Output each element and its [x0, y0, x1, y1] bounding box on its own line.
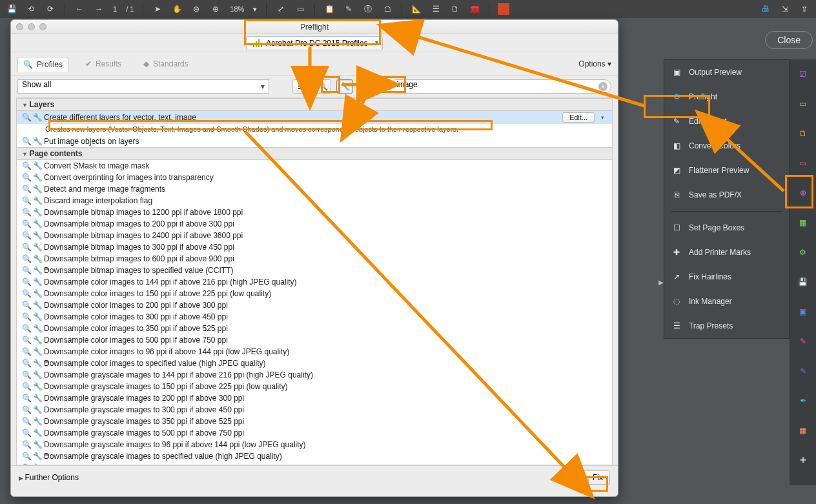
list-item[interactable]: 🔍🔧Downsample grayscale images to 96 ppi …: [17, 439, 612, 450]
rp-flattener[interactable]: ◩Flattener Preview: [664, 158, 789, 183]
traffic-max-icon[interactable]: [39, 23, 46, 30]
list-item[interactable]: 🔍🔧Convert SMask to image mask: [17, 160, 612, 172]
strip-sign-icon[interactable]: ✎: [796, 334, 810, 348]
item-put-image-layers[interactable]: 🔍🔧 Put image objects on layers: [17, 136, 612, 147]
export-icon[interactable]: ⇲: [777, 2, 793, 16]
strip-media-icon[interactable]: ▦: [796, 423, 810, 438]
list-item[interactable]: 🔍🔧Downsample bitmap images to 1200 ppi i…: [17, 207, 612, 218]
tab-profiles[interactable]: 🔍Profiles: [17, 57, 68, 72]
traffic-close-icon[interactable]: [16, 23, 23, 30]
undo-icon[interactable]: ⟲: [23, 2, 39, 16]
panel-collapse-icon[interactable]: ▶: [658, 279, 664, 286]
list-item[interactable]: 🔍🔧Downsample color images to 200 ppi if …: [17, 299, 612, 311]
strip-redact-icon[interactable]: ▭: [796, 156, 810, 170]
rp-save-pdfx[interactable]: ⎘Save as PDF/X: [664, 183, 789, 207]
stamp-icon[interactable]: ☖: [380, 2, 395, 16]
list-item[interactable]: 🔍🔧Downsample color images to 500 ppi if …: [17, 334, 612, 346]
list-item[interactable]: 🔍🔧Downsample grayscale images to 300 ppi…: [17, 404, 612, 416]
show-profiles-icon[interactable]: ☵: [292, 79, 309, 94]
show-fixups-icon[interactable]: 🔧: [336, 79, 353, 94]
list-item[interactable]: 🔍🔧•••Downsample color images to specifie…: [17, 358, 612, 369]
strip-action-icon[interactable]: ✒: [796, 394, 810, 408]
zoom-caret[interactable]: ▾: [253, 5, 257, 14]
strip-comment-icon[interactable]: ☑: [796, 67, 810, 81]
list-item[interactable]: 🔍🔧Downsample grayscale images to 144 ppi…: [17, 369, 612, 381]
rp-page-boxes[interactable]: ☐Set Page Boxes: [664, 216, 789, 240]
next-page-icon[interactable]: →: [91, 2, 107, 16]
prev-page-icon[interactable]: ←: [72, 2, 87, 16]
traffic-min-icon[interactable]: [28, 23, 35, 30]
text-icon[interactable]: Ⓣ: [360, 2, 376, 16]
strip-note-icon[interactable]: ▭: [796, 97, 810, 111]
further-options[interactable]: Further Options: [19, 473, 79, 482]
rp-fix-hairlines[interactable]: ↗Fix Hairlines: [664, 265, 789, 289]
rp-ink-manager[interactable]: ◌Ink Manager: [664, 289, 789, 314]
list-item[interactable]: 🔍🔧Discard image interpolation flag: [17, 195, 612, 207]
fit-width-icon[interactable]: ⤢: [273, 2, 289, 16]
tab-results[interactable]: ✔Results: [80, 57, 127, 71]
fixups-list[interactable]: Layers 🔍🔧 Create different layers for ve…: [16, 97, 613, 465]
rp-trap-presets[interactable]: ☰Trap Presets: [664, 314, 789, 338]
print-icon[interactable]: 🖶: [758, 2, 773, 16]
list-item[interactable]: 🔍🔧Downsample grayscale images to 500 ppi…: [17, 427, 612, 439]
options-menu[interactable]: Options ▾: [578, 59, 611, 68]
rp-printer-marks[interactable]: ✚Add Printer Marks: [664, 240, 789, 265]
list-item[interactable]: 🔍🔧Downsample bitmap images to 2400 ppi i…: [17, 230, 612, 241]
list-item[interactable]: 🔍🔧Downsample bitmap images to 600 ppi if…: [17, 253, 612, 265]
list-item[interactable]: 🔍🔧Downsample color images to 350 ppi if …: [17, 323, 612, 334]
list-item[interactable]: 🔍🔧Downsample color images to 144 ppi if …: [17, 276, 612, 288]
item-create-layers[interactable]: 🔍🔧 Create different layers for vector, t…: [17, 111, 612, 124]
measure-icon[interactable]: 📐: [409, 2, 424, 16]
clipboard-icon[interactable]: 📋: [321, 2, 337, 16]
strip-protect-icon[interactable]: ⊕: [796, 186, 810, 200]
list-item[interactable]: 🔍🔧•••Downsample bitmap images to specifi…: [17, 265, 612, 276]
strip-measure-icon[interactable]: ▣: [796, 305, 810, 319]
share-icon[interactable]: ⇪: [797, 2, 812, 16]
list-item[interactable]: 🔍🔧Downsample bitmap images to 300 ppi if…: [17, 241, 612, 253]
fix-button[interactable]: 🔧Fix: [573, 470, 610, 485]
highlight-icon[interactable]: ✎: [341, 2, 356, 16]
strip-scan-icon[interactable]: ▦: [796, 216, 810, 230]
list-item[interactable]: 🔍🔧Downsample color images to 300 ppi if …: [17, 311, 612, 323]
cursor-icon[interactable]: ➤: [150, 2, 165, 16]
strip-more-icon[interactable]: ✚: [796, 453, 810, 467]
pages-icon[interactable]: 🗋: [447, 2, 463, 16]
preflight-titlebar[interactable]: Preflight: [11, 20, 618, 34]
tab-standards[interactable]: ◆Standards: [138, 57, 194, 71]
zoom-in-icon[interactable]: ⊕: [208, 2, 223, 16]
list-item[interactable]: 🔍🔧Detect and merge image fragments: [17, 183, 612, 195]
filter-dropdown[interactable]: Show all: [17, 79, 269, 94]
form-icon[interactable]: ☰: [428, 2, 444, 16]
zoom-value[interactable]: 18%: [230, 5, 244, 13]
group-page-contents[interactable]: Page contents: [17, 147, 612, 160]
list-item[interactable]: 🔍🔧Downsample bitmap images to 200 ppi if…: [17, 218, 612, 230]
show-checks-icon[interactable]: 🔍: [314, 79, 331, 94]
list-item[interactable]: 🔍🔧Downsample color images to 150 ppi if …: [17, 288, 612, 299]
strip-print-prod-icon[interactable]: ⚙: [796, 245, 810, 259]
list-item[interactable]: 🔍🔧•••Downsample grayscale images to spec…: [17, 450, 612, 462]
strip-cert-icon[interactable]: ✎: [796, 364, 810, 378]
save-icon[interactable]: 💾: [4, 2, 19, 16]
search-input[interactable]: image ×: [389, 79, 611, 94]
rp-preflight[interactable]: ⚙Preflight: [664, 85, 789, 109]
edit-button[interactable]: Edit...: [562, 112, 595, 123]
scripts-icon[interactable]: [496, 2, 511, 16]
list-item[interactable]: 🔍🔧Downsample color images to 96 ppi if a…: [17, 346, 612, 358]
case-icon[interactable]: 🧰: [467, 2, 482, 16]
page-current[interactable]: 1: [113, 5, 117, 13]
close-button[interactable]: Close: [765, 31, 813, 49]
fit-page-icon[interactable]: ▭: [292, 2, 308, 16]
strip-organize-icon[interactable]: 🗋: [796, 126, 810, 141]
rp-output-preview[interactable]: ▣Output Preview: [664, 60, 789, 85]
zoom-out-icon[interactable]: ⊖: [189, 2, 204, 16]
item-menu-icon[interactable]: ▾: [598, 114, 607, 121]
group-layers[interactable]: Layers: [17, 98, 612, 111]
redo-icon[interactable]: ⟳: [43, 2, 58, 16]
list-item[interactable]: 🔍🔧Downsample grayscale images to 150 ppi…: [17, 381, 612, 392]
list-item[interactable]: 🔍🔧Convert overprinting for images into t…: [17, 172, 612, 183]
strip-export-icon[interactable]: 💾: [796, 275, 810, 289]
clear-search-icon[interactable]: ×: [598, 82, 607, 91]
rp-edit-object[interactable]: ✎Edit Object: [664, 109, 789, 134]
rp-convert-colors[interactable]: ◧Convert Colors: [664, 134, 789, 158]
list-item[interactable]: 🔍🔧Downsample grayscale images to 200 ppi…: [17, 392, 612, 404]
